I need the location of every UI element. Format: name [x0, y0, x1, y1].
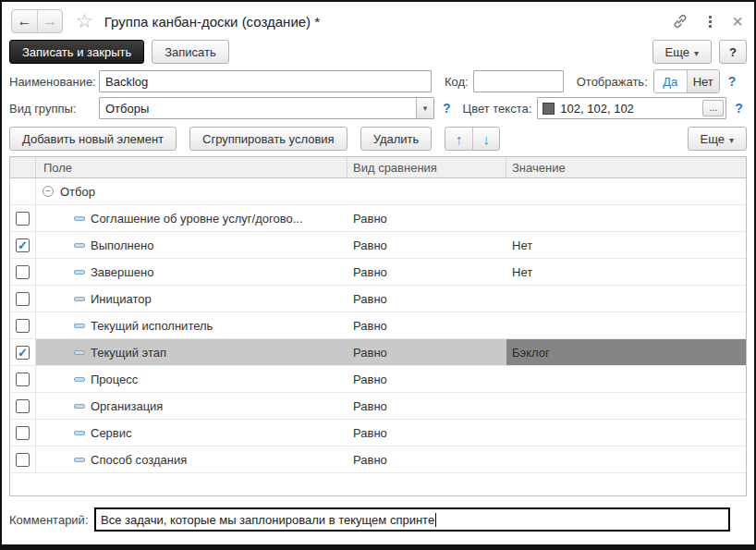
row-field-cell[interactable]: Текущий этап	[36, 339, 348, 365]
row-comparison[interactable]: Равно	[348, 366, 506, 392]
table-row[interactable]: Процесс Равно	[10, 366, 746, 393]
row-comparison[interactable]: Равно	[348, 205, 506, 231]
row-field-cell[interactable]: Завершено	[36, 259, 348, 285]
comment-input[interactable]: Все задачи, которые мы заплонировали в т…	[94, 507, 730, 532]
add-element-button[interactable]: Добавить новый элемент	[9, 127, 177, 151]
group-kind-dropdown-button[interactable]: ▾	[416, 98, 433, 118]
filter-more-button[interactable]: Еще▾	[688, 127, 747, 151]
table-row[interactable]: Сервис Равно	[10, 420, 746, 446]
row-comparison[interactable]: Равно	[348, 393, 506, 419]
row-field-cell[interactable]: Процесс	[36, 366, 348, 392]
display-help-icon[interactable]: ?	[728, 74, 737, 89]
filter-item-icon	[74, 324, 85, 328]
display-no-button[interactable]: Нет	[687, 70, 719, 92]
row-field-cell[interactable]: Соглашение об уровне услуг/догово...	[36, 205, 348, 231]
window-title: Группа канбан-доски (создание) *	[104, 14, 320, 30]
row-value[interactable]	[506, 446, 746, 472]
comment-value: Все задачи, которые мы заплонировали в т…	[101, 513, 434, 527]
column-header-comparison[interactable]: Вид сравнения	[348, 157, 506, 177]
row-field-cell[interactable]: Выполнено	[36, 232, 348, 258]
group-kind-combo[interactable]: Отборы ▾	[99, 97, 434, 119]
column-header-flag[interactable]	[10, 157, 36, 177]
chevron-down-icon: ▾	[694, 48, 699, 58]
row-checkbox[interactable]: ✓	[16, 346, 30, 360]
filter-item-icon	[74, 404, 85, 409]
row-value[interactable]: Нет	[506, 232, 746, 258]
row-flag-cell	[10, 286, 36, 312]
row-comparison[interactable]: Равно	[348, 312, 506, 338]
row-comparison[interactable]: Равно	[348, 420, 506, 446]
kebab-menu-icon[interactable]	[707, 14, 713, 30]
move-down-button[interactable]: ↓	[472, 128, 499, 150]
link-icon[interactable]	[672, 13, 689, 30]
table-row[interactable]: Организация Равно	[10, 393, 746, 420]
row-value[interactable]	[506, 312, 746, 338]
table-row[interactable]: Текущий исполнитель Равно	[10, 312, 746, 339]
color-swatch	[543, 103, 555, 115]
row-comparison[interactable]: Равно	[348, 446, 506, 472]
forward-arrow-icon: →	[43, 13, 57, 29]
row-checkbox[interactable]	[16, 399, 30, 413]
table-body: − Отбор Соглашение об уровне услуг/догов…	[10, 178, 746, 473]
group-row[interactable]: − Отбор	[10, 178, 746, 205]
more-button[interactable]: Еще▾	[652, 40, 712, 64]
row-field-cell[interactable]: Организация	[36, 393, 348, 419]
text-color-input[interactable]: 102, 102, 102 ...	[537, 97, 726, 119]
row-value[interactable]	[506, 420, 746, 446]
row-value[interactable]	[506, 286, 746, 312]
save-button[interactable]: Записать	[152, 40, 229, 64]
row-field-cell[interactable]: Способ создания	[36, 446, 348, 472]
name-input[interactable]: Backlog	[99, 70, 432, 92]
row-comparison[interactable]: Равно	[348, 259, 506, 285]
row-value[interactable]	[506, 205, 746, 231]
column-header-value[interactable]: Значение	[506, 157, 746, 177]
column-header-field[interactable]: Поле	[36, 157, 348, 177]
collapse-icon[interactable]: −	[43, 186, 54, 197]
save-close-button[interactable]: Записать и закрыть	[9, 40, 144, 64]
filter-item-icon	[74, 377, 85, 382]
color-picker-button[interactable]: ...	[702, 100, 724, 116]
row-field-cell[interactable]: Сервис	[36, 420, 348, 446]
row-checkbox[interactable]	[16, 453, 30, 467]
row-checkbox[interactable]	[16, 319, 30, 333]
row-field-cell[interactable]: Текущий исполнитель	[36, 312, 348, 338]
row-field-cell[interactable]: Инициатор	[36, 286, 348, 312]
row-checkbox[interactable]	[16, 292, 30, 306]
text-color-help-icon[interactable]: ?	[735, 101, 743, 116]
row-value[interactable]: Нет	[506, 259, 746, 285]
row-checkbox[interactable]: ✓	[16, 238, 30, 252]
row-checkbox[interactable]	[16, 373, 30, 386]
back-button[interactable]: ←	[12, 10, 37, 32]
row-value[interactable]	[506, 366, 746, 392]
row-checkbox[interactable]	[16, 426, 30, 440]
group-kind-help-icon[interactable]: ?	[443, 101, 451, 116]
table-row[interactable]: ✓ Текущий этап Равно Бэклог	[10, 339, 746, 366]
row-flag-cell: ✓	[10, 232, 36, 258]
display-yes-button[interactable]: Да	[654, 70, 687, 92]
forward-button[interactable]: →	[37, 10, 62, 32]
favorite-star-icon[interactable]: ☆	[76, 10, 93, 32]
row-checkbox[interactable]	[16, 212, 30, 226]
table-row[interactable]: Инициатор Равно	[10, 286, 746, 312]
table-row[interactable]: Соглашение об уровне услуг/догово... Рав…	[10, 205, 746, 232]
row-comparison[interactable]: Равно	[348, 339, 506, 365]
text-color-value: 102, 102, 102	[560, 102, 697, 116]
row-checkbox[interactable]	[16, 265, 30, 279]
code-input[interactable]	[473, 70, 564, 92]
help-button[interactable]: ?	[719, 40, 747, 64]
table-row[interactable]: Завершено Равно Нет	[10, 259, 746, 286]
filter-table: Поле Вид сравнения Значение − Отбор Согл…	[9, 156, 747, 496]
group-conditions-button[interactable]: Сгруппировать условия	[189, 127, 348, 151]
row-field-label: Соглашение об уровне услуг/догово...	[91, 212, 302, 226]
table-row[interactable]: Способ создания Равно	[10, 446, 746, 473]
delete-button[interactable]: Удалить	[360, 127, 433, 151]
row-comparison[interactable]: Равно	[348, 232, 506, 258]
row-value[interactable]	[506, 393, 746, 419]
row-comparison[interactable]: Равно	[348, 286, 506, 312]
table-row[interactable]: ✓ Выполнено Равно Нет	[10, 232, 746, 259]
move-up-button[interactable]: ↑	[445, 128, 472, 150]
close-icon[interactable]: ×	[732, 13, 743, 30]
title-actions: ×	[672, 13, 743, 30]
row-value[interactable]: Бэклог	[506, 339, 746, 365]
form-row-kind: Вид группы: Отборы ▾ ? Цвет текста: 102,…	[9, 96, 747, 120]
